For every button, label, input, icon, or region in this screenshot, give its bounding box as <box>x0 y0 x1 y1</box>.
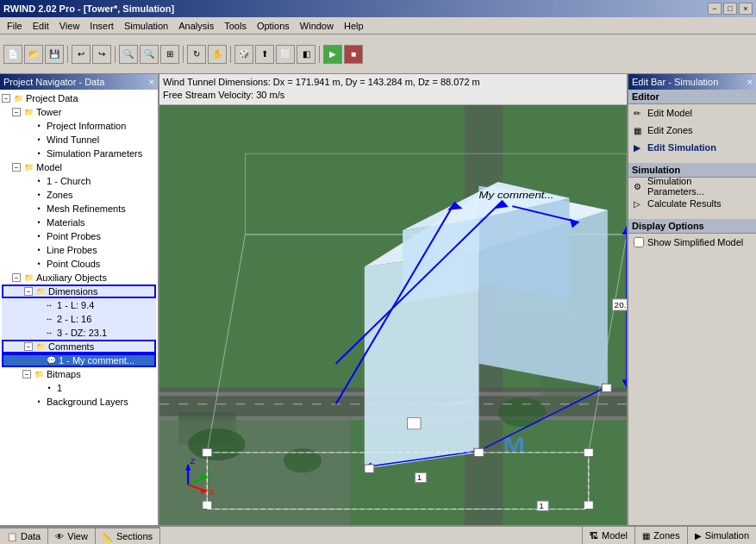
folder-icon: 📁 <box>22 161 34 173</box>
minimize-btn[interactable]: − <box>708 3 722 15</box>
edit-bar-close[interactable]: × <box>747 77 753 87</box>
tree-item-background-layers[interactable]: •Background Layers <box>2 395 156 409</box>
tree-item-zones[interactable]: •Zones <box>2 188 156 202</box>
tree-label: 1 - L: 9.4 <box>57 300 94 310</box>
show-simplified-checkbox[interactable] <box>634 237 644 247</box>
tree-item-materials[interactable]: •Materials <box>2 216 156 229</box>
simulation-params-btn[interactable]: ⚙ Simulation Parameters... <box>628 178 756 195</box>
zones-tab-icon: ▦ <box>642 531 650 541</box>
expand-icon[interactable]: − <box>22 370 31 378</box>
view-tab-icon: 👁 <box>55 532 64 541</box>
tree-item-comment1[interactable]: 💬1 - My comment... <box>2 353 156 367</box>
tree-item-model[interactable]: −📁Model <box>2 160 156 174</box>
zoom-in-btn[interactable]: 🔍 <box>119 45 138 64</box>
expand-icon[interactable]: − <box>12 108 21 116</box>
edit-zones-btn[interactable]: ▦ Edit Zones <box>628 122 756 139</box>
new-btn[interactable]: 📄 <box>3 45 22 64</box>
menu-item-edit[interactable]: Edit <box>28 19 54 33</box>
tree-item-mesh-refinements[interactable]: •Mesh Refinements <box>2 202 156 216</box>
expand-icon[interactable]: − <box>24 342 33 351</box>
svg-text:1: 1 <box>417 473 422 481</box>
show-simplified-model-item[interactable]: Show Simplified Model <box>628 234 756 251</box>
view-front-btn[interactable]: ⬜ <box>276 45 295 64</box>
svg-text:My comment...: My comment... <box>479 189 554 200</box>
tree-item-dimensions[interactable]: −📁Dimensions <box>2 285 156 298</box>
sections-tab[interactable]: 📐 Sections <box>96 527 160 544</box>
tree-item-dim1[interactable]: ↔1 - L: 9.4 <box>2 298 156 312</box>
tree-label: Project Information <box>47 121 126 131</box>
zoom-out-btn[interactable]: 🔍 <box>140 45 159 64</box>
tree-label: 1 <box>57 383 62 393</box>
tree-item-point-clouds[interactable]: •Point Clouds <box>2 257 156 271</box>
tree-label: Mesh Refinements <box>47 203 126 214</box>
tree-item-dim3[interactable]: ↔3 - DZ: 23.1 <box>2 326 156 340</box>
menu-bar: FileEditViewInsertSimulationAnalysisTool… <box>0 17 756 34</box>
rotate-btn[interactable]: ↻ <box>187 45 206 64</box>
simulation-tab[interactable]: ▶ Simulation <box>687 527 756 544</box>
tree-item-church[interactable]: •1 - Church <box>2 174 156 188</box>
tree-item-wind-tunnel[interactable]: •Wind Tunnel <box>2 133 156 147</box>
tree-item-project-info[interactable]: •Project Information <box>2 119 156 133</box>
tree-item-point-probes[interactable]: •Point Probes <box>2 229 156 243</box>
expand-icon[interactable]: − <box>12 273 21 282</box>
tree-item-tower[interactable]: −📁Tower <box>2 105 156 119</box>
stop-btn[interactable]: ■ <box>344 45 363 64</box>
view-side-btn[interactable]: ◧ <box>297 45 316 64</box>
tree-item-sim-params[interactable]: •Simulation Parameters <box>2 147 156 160</box>
edit-model-icon: ✏ <box>634 109 644 118</box>
menu-item-options[interactable]: Options <box>252 19 295 33</box>
tree-label: Auxiliary Objects <box>36 272 107 283</box>
tree-item-dim2[interactable]: ↔2 - L: 16 <box>2 312 156 326</box>
edit-zones-label: Edit Zones <box>647 125 693 135</box>
window-controls: − □ × <box>708 3 753 15</box>
menu-item-insert[interactable]: Insert <box>84 19 119 33</box>
viewport-panel: Wind Tunnel Dimensions: Dx = 171.941 m, … <box>159 74 627 525</box>
calculate-results-btn[interactable]: ▷ Calculate Results <box>628 195 756 212</box>
tree-item-bitmap1[interactable]: •1 <box>2 381 156 395</box>
menu-item-analysis[interactable]: Analysis <box>173 19 219 33</box>
zones-tab[interactable]: ▦ Zones <box>634 527 687 544</box>
tree-label: Bitmaps <box>47 369 81 379</box>
expand-icon[interactable]: − <box>24 287 33 296</box>
tree-label: 1 - My comment... <box>59 355 134 366</box>
expand-icon[interactable]: − <box>12 163 21 172</box>
menu-item-window[interactable]: Window <box>295 19 339 33</box>
view3d-btn[interactable]: 🎲 <box>234 45 253 64</box>
redo-btn[interactable]: ↪ <box>92 45 111 64</box>
tree-container[interactable]: −📁Project Data−📁Tower•Project Informatio… <box>0 90 158 525</box>
menu-item-help[interactable]: Help <box>339 19 369 33</box>
tree-item-auxiliary-objects[interactable]: −📁Auxiliary Objects <box>2 271 156 285</box>
menu-item-file[interactable]: File <box>2 19 28 33</box>
tree-label: 1 - Church <box>47 176 91 186</box>
maximize-btn[interactable]: □ <box>723 3 737 15</box>
tree-item-comments[interactable]: −📁Comments <box>2 340 156 353</box>
menu-item-view[interactable]: View <box>54 19 85 33</box>
view-top-btn[interactable]: ⬆ <box>255 45 274 64</box>
save-btn[interactable]: 💾 <box>45 45 64 64</box>
open-btn[interactable]: 📂 <box>24 45 43 64</box>
undo-btn[interactable]: ↩ <box>72 45 91 64</box>
svg-text:Y: Y <box>209 472 216 479</box>
edit-zones-icon: ▦ <box>634 126 644 135</box>
toolbar-sep-1 <box>67 46 68 63</box>
3d-viewport[interactable]: M Promenade <box>159 105 627 525</box>
tree-item-line-probes[interactable]: •Line Probes <box>2 243 156 257</box>
main-layout: Project Navigator - Data × −📁Project Dat… <box>0 74 756 525</box>
model-tab[interactable]: 🏗 Model <box>582 527 634 544</box>
close-btn[interactable]: × <box>739 3 753 15</box>
view-tab[interactable]: 👁 View <box>48 527 96 544</box>
edit-simulation-icon: ▶ <box>634 143 644 153</box>
edit-model-btn[interactable]: ✏ Edit Model <box>628 104 756 122</box>
project-navigator-close[interactable]: × <box>149 77 154 87</box>
run-btn[interactable]: ▶ <box>323 45 342 64</box>
tree-item-bitmaps[interactable]: −📁Bitmaps <box>2 367 156 381</box>
menu-item-simulation[interactable]: Simulation <box>119 19 173 33</box>
item-icon: • <box>43 382 55 394</box>
expand-icon[interactable]: − <box>2 94 10 103</box>
edit-simulation-btn[interactable]: ▶ Edit Simulation <box>628 139 756 156</box>
pan-btn[interactable]: ✋ <box>208 45 227 64</box>
menu-item-tools[interactable]: Tools <box>219 19 252 33</box>
data-tab[interactable]: 📋 Data <box>0 527 48 544</box>
tree-item-project-data[interactable]: −📁Project Data <box>2 91 156 105</box>
zoom-fit-btn[interactable]: ⊞ <box>160 45 179 64</box>
